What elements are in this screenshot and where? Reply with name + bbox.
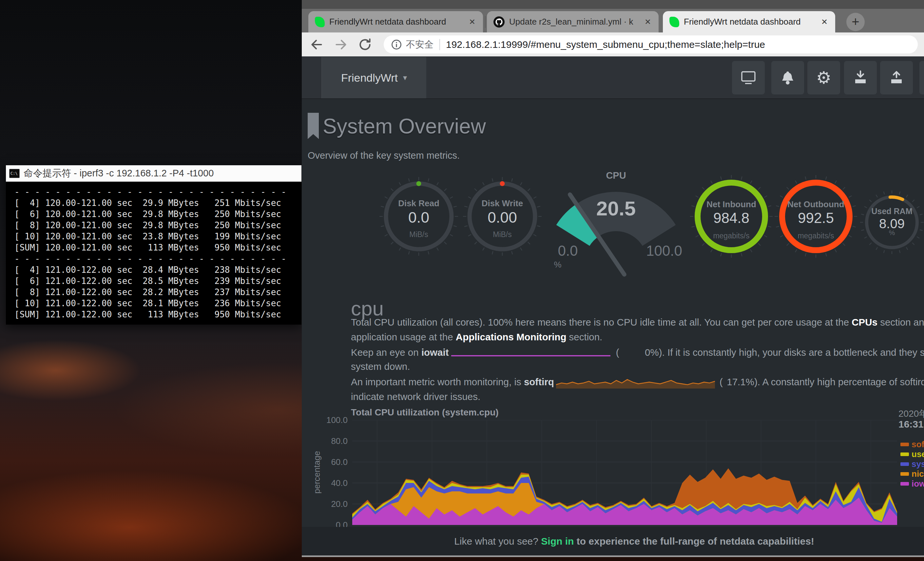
legend-label: nice bbox=[912, 469, 924, 479]
nodes-view-button[interactable] bbox=[732, 61, 765, 95]
gauge-value: 984.8 bbox=[686, 210, 777, 226]
netdata-navbar: FriendlyWrt ▾ ⚙ bbox=[302, 56, 924, 99]
gauge-min: 0.0 bbox=[552, 243, 584, 259]
gauge-unit: megabits/s bbox=[770, 232, 862, 240]
terminal-titlebar[interactable]: C:\ 命令提示符 - iperf3 -c 192.168.1.2 -P4 -t… bbox=[6, 165, 302, 182]
hostname-label: FriendlyWrt bbox=[341, 71, 398, 84]
page-title: System Overview bbox=[323, 114, 486, 138]
legend-swatch bbox=[900, 443, 909, 446]
legend-item-nice[interactable]: nice bbox=[900, 469, 924, 479]
legend-swatch bbox=[900, 462, 909, 466]
monitor-icon bbox=[740, 70, 757, 86]
gauge-unit: % bbox=[859, 229, 924, 237]
gauge-value: 992.5 bbox=[770, 210, 862, 226]
security-label[interactable]: 不安全 bbox=[406, 38, 434, 51]
bell-icon bbox=[780, 69, 795, 86]
forward-icon[interactable] bbox=[333, 36, 349, 53]
cpu-description-line5: An important metric worth monitoring, is… bbox=[351, 376, 924, 388]
browser-window-edge bbox=[302, 555, 924, 557]
url-text[interactable]: 192.168.2.1:19999/#menu_system_submenu_c… bbox=[446, 39, 765, 50]
terminal-title: 命令提示符 - iperf3 -c 192.168.1.2 -P4 -t1000 bbox=[24, 167, 214, 180]
cmd-icon: C:\ bbox=[9, 169, 20, 178]
sign-in-link[interactable]: Sign in bbox=[541, 536, 574, 547]
settings-button[interactable]: ⚙ bbox=[807, 61, 840, 95]
tab-separator bbox=[485, 16, 486, 28]
legend-swatch bbox=[900, 453, 909, 456]
hostname-dropdown[interactable]: FriendlyWrt ▾ bbox=[321, 57, 426, 98]
legend-item-system[interactable]: system bbox=[900, 459, 924, 469]
softirq-sparkline[interactable] bbox=[556, 377, 715, 388]
gauge-value: 20.5 bbox=[537, 197, 694, 220]
close-icon[interactable]: ✕ bbox=[467, 17, 477, 27]
info-icon[interactable] bbox=[391, 39, 402, 50]
window-frame[interactable] bbox=[302, 0, 924, 9]
desktop-wallpaper: C:\ 命令提示符 - iperf3 -c 192.168.1.2 -P4 -t… bbox=[0, 0, 924, 561]
gauge-value: 0.0 bbox=[376, 209, 461, 226]
gauge-cpu[interactable]: CPU 20.5 0.0 100.0 % bbox=[537, 164, 694, 282]
iowait-sparkline[interactable] bbox=[450, 347, 611, 359]
gauge-max: 100.0 bbox=[641, 243, 687, 259]
gauge-label: Net Outbound bbox=[770, 199, 862, 209]
gauge-label: Net Inbound bbox=[686, 199, 777, 209]
back-icon[interactable] bbox=[308, 36, 325, 53]
reload-icon[interactable] bbox=[357, 36, 373, 53]
y-axis-label: percentage bbox=[312, 461, 322, 494]
gauge-unit: megabits/s bbox=[686, 232, 777, 240]
tab-title: FriendlyWrt netdata dashboard bbox=[684, 17, 815, 27]
y-tick: 80.0 bbox=[315, 436, 348, 446]
legend-swatch bbox=[900, 482, 909, 486]
cpu-utilization-chart[interactable] bbox=[352, 420, 897, 526]
gauge-unit: MiB/s bbox=[460, 230, 545, 239]
cpus-link[interactable]: CPUs bbox=[852, 317, 878, 328]
close-icon[interactable]: ✕ bbox=[643, 17, 653, 27]
gauge-disk-read[interactable]: Disk Read 0.0 MiB/s bbox=[376, 174, 461, 259]
iowait-value: 0 bbox=[619, 347, 650, 358]
cpu-description-line6: indicate network driver issues. bbox=[351, 391, 924, 402]
softirq-value: 17.1 bbox=[723, 376, 746, 388]
gauge-label: Used RAM bbox=[859, 206, 924, 216]
gauge-used-ram[interactable]: Used RAM 8.09 % bbox=[859, 190, 924, 255]
gauge-net-outbound[interactable]: Net Outbound 992.5 megabits/s bbox=[770, 170, 862, 262]
legend-item-iowait[interactable]: iowait bbox=[900, 479, 924, 489]
terminal-body[interactable]: - - - - - - - - - - - - - - - - - - - - … bbox=[6, 182, 302, 325]
tab-title: FriendlyWrt netdata dashboard bbox=[329, 17, 463, 27]
legend-item-user[interactable]: user bbox=[900, 449, 924, 459]
gauge-disk-write[interactable]: Disk Write 0.00 MiB/s bbox=[460, 174, 545, 259]
legend-label: softirq bbox=[912, 439, 924, 450]
gauge-net-inbound[interactable]: Net Inbound 984.8 megabits/s bbox=[686, 170, 777, 262]
y-tick: 100.0 bbox=[315, 415, 348, 425]
print-button-clipped[interactable] bbox=[920, 61, 924, 95]
legend-item-softirq[interactable]: softirq bbox=[900, 439, 924, 449]
import-button[interactable] bbox=[844, 61, 877, 95]
chart-legend: softirqusersystemniceiowait bbox=[900, 439, 924, 489]
upload-icon bbox=[889, 69, 904, 86]
chevron-down-icon: ▾ bbox=[403, 73, 407, 82]
gauge-unit: MiB/s bbox=[376, 230, 461, 239]
alarms-button[interactable] bbox=[771, 61, 804, 95]
page-subtitle: Overview of the key system metrics. bbox=[308, 150, 460, 161]
netdata-logo-icon bbox=[315, 17, 325, 27]
gauge-unit: % bbox=[548, 260, 567, 270]
chart-timestamp-time: 16:31:2 bbox=[898, 419, 924, 430]
legend-label: user bbox=[912, 449, 924, 459]
omnibox-divider bbox=[440, 39, 440, 50]
export-button[interactable] bbox=[880, 61, 913, 95]
new-tab-button[interactable]: + bbox=[846, 13, 865, 31]
github-icon bbox=[494, 17, 505, 27]
close-icon[interactable]: ✕ bbox=[819, 17, 829, 27]
tab-github[interactable]: Update r2s_lean_minimal.yml · k ✕ bbox=[487, 11, 658, 33]
gauge-label: CPU bbox=[537, 170, 694, 181]
bookmark-icon bbox=[307, 113, 320, 140]
terminal-window[interactable]: C:\ 命令提示符 - iperf3 -c 192.168.1.2 -P4 -t… bbox=[6, 165, 302, 325]
chart-title: Total CPU utilization (system.cpu) bbox=[351, 407, 499, 418]
cpu-description-line3: Keep an eye on iowait (0%). If it is con… bbox=[351, 347, 924, 359]
tab-netdata-2-active[interactable]: FriendlyWrt netdata dashboard ✕ bbox=[663, 11, 835, 33]
applications-monitoring-link[interactable]: Applications Monitoring bbox=[456, 331, 567, 342]
gauge-label: Disk Write bbox=[460, 199, 545, 209]
tab-netdata-1[interactable]: FriendlyWrt netdata dashboard ✕ bbox=[308, 11, 483, 33]
cpu-description-line1: Total CPU utilization (all cores). 100% … bbox=[351, 317, 924, 328]
browser-toolbar: 不安全 192.168.2.1:19999/#menu_system_subme… bbox=[302, 33, 924, 56]
cpu-description-line2: application usage at the Applications Mo… bbox=[351, 331, 924, 343]
address-bar[interactable]: 不安全 192.168.2.1:19999/#menu_system_subme… bbox=[384, 35, 918, 53]
signin-text: Like what you see? Sign in to experience… bbox=[302, 536, 924, 547]
